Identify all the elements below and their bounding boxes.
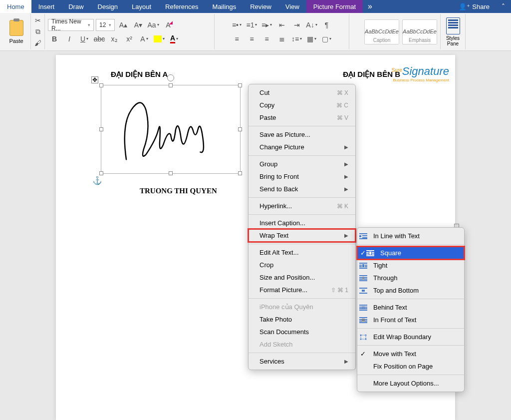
clear-format-icon[interactable]: A◢ (162, 19, 175, 31)
wrap-more-options[interactable]: More Layout Options... (357, 377, 464, 390)
wrap-top-bottom[interactable]: Top and Bottom (357, 284, 464, 297)
wrap-square-icon (366, 250, 374, 256)
svg-rect-31 (359, 310, 367, 311)
text-effects-icon[interactable]: A (138, 33, 151, 45)
show-marks-icon[interactable]: ¶ (320, 19, 333, 31)
ctx-change-picture[interactable]: Change Picture▶ (249, 141, 355, 153)
ctx-hyperlink[interactable]: Hyperlink...⌘ K (249, 200, 355, 212)
align-left-icon[interactable]: ≡ (231, 33, 244, 45)
wrap-tight-icon (359, 263, 367, 269)
tab-layout[interactable]: Layout (125, 0, 158, 13)
tab-home[interactable]: Home (0, 0, 31, 13)
paste-icon[interactable] (9, 20, 23, 36)
tab-draw[interactable]: Draw (61, 0, 90, 13)
svg-rect-13 (359, 265, 362, 266)
shading-icon[interactable]: ▦ (305, 33, 318, 45)
tab-view[interactable]: View (278, 0, 306, 13)
subscript-button[interactable]: x₂ (108, 33, 121, 45)
indent-left-icon[interactable]: ⇤ (275, 19, 288, 31)
indent-right-icon[interactable]: ⇥ (290, 19, 303, 31)
tab-design[interactable]: Design (91, 0, 125, 13)
wrap-behind[interactable]: Behind Text (357, 301, 464, 314)
share-button[interactable]: 👤⁺ Share (453, 1, 496, 12)
table-move-handle-icon[interactable]: ✥ (91, 76, 98, 83)
font-name-combo[interactable]: Times New R...▾ (48, 19, 94, 31)
ctx-edit-alt[interactable]: Edit Alt Text... (249, 246, 355, 259)
ctx-group[interactable]: Group▶ (249, 158, 355, 170)
numbering-icon[interactable]: ≡1 (246, 19, 258, 31)
justify-icon[interactable]: ≣ (275, 33, 288, 45)
line-spacing-icon[interactable]: ↕≡ (290, 33, 303, 45)
wrap-edit-boundary[interactable]: Edit Wrap Boundary (357, 331, 464, 343)
highlight-icon[interactable] (153, 33, 166, 45)
tab-picture-format[interactable]: Picture Format (306, 0, 363, 13)
paste-label: Paste (9, 38, 23, 44)
copy-icon[interactable]: ⧉ (33, 27, 42, 36)
ctx-paste[interactable]: Paste⌘ V (249, 111, 355, 124)
check-icon: ✓ (360, 350, 366, 358)
svg-rect-37 (361, 335, 366, 339)
resize-handle[interactable] (99, 127, 103, 131)
ctx-save-picture[interactable]: Save as Picture... (249, 128, 355, 141)
ctx-services[interactable]: Services▶ (249, 355, 355, 368)
grow-font-icon[interactable]: A▴ (117, 19, 130, 31)
svg-rect-25 (362, 290, 365, 292)
resize-handle[interactable] (238, 171, 242, 175)
rotate-handle-icon[interactable] (167, 74, 174, 81)
font-color-icon[interactable]: A (168, 33, 181, 45)
style-emphasis[interactable]: AaBbCcDdEe Emphasis (402, 19, 437, 44)
resize-handle[interactable] (238, 83, 242, 87)
wrap-inline[interactable]: In Line with Text (357, 230, 464, 242)
ctx-send-back[interactable]: Send to Back▶ (249, 183, 355, 195)
sort-icon[interactable]: A↓ (305, 19, 318, 31)
resize-handle[interactable] (238, 127, 242, 131)
anchor-icon[interactable]: ⚓ (92, 176, 102, 185)
resize-handle[interactable] (99, 171, 103, 175)
resize-handle[interactable] (169, 171, 173, 175)
wrap-move-with-text[interactable]: ✓ Move with Text (357, 348, 464, 360)
ctx-size-position[interactable]: Size and Position... (249, 271, 355, 284)
ribbon-collapse-icon[interactable]: ˄ (496, 0, 511, 12)
ctx-wrap-text[interactable]: Wrap Text▶ (249, 229, 355, 242)
multilevel-icon[interactable]: ≡▸ (260, 19, 273, 31)
italic-button[interactable]: I (63, 33, 76, 45)
wrap-in-front[interactable]: In Front of Text (357, 314, 464, 326)
borders-icon[interactable]: ▢ (320, 33, 333, 45)
align-center-icon[interactable]: ≡ (246, 33, 258, 45)
ctx-insert-caption[interactable]: Insert Caption... (249, 217, 355, 229)
tab-review[interactable]: Review (243, 0, 278, 13)
format-painter-icon[interactable]: 🖌 (33, 38, 42, 47)
change-case-icon[interactable]: Aa (147, 19, 160, 31)
bold-button[interactable]: B (48, 33, 61, 45)
resize-handle[interactable] (99, 83, 103, 87)
tab-mailings[interactable]: Mailings (206, 0, 244, 13)
strike-button[interactable]: abc (93, 33, 106, 45)
underline-button[interactable]: U (78, 33, 91, 45)
ctx-bring-front[interactable]: Bring to Front▶ (249, 170, 355, 183)
ctx-copy[interactable]: Copy⌘ C (249, 99, 355, 111)
styles-pane-group[interactable]: Styles Pane (441, 14, 466, 49)
align-right-icon[interactable]: ≡ (260, 33, 273, 45)
ribbon-overflow-icon[interactable]: » (363, 0, 377, 13)
styles-pane-label: Styles Pane (444, 35, 462, 46)
tab-insert[interactable]: Insert (31, 0, 62, 13)
ctx-crop[interactable]: Crop (249, 259, 355, 271)
style-caption[interactable]: AaBbCcDdEe Caption (364, 19, 399, 44)
superscript-button[interactable]: x² (123, 33, 136, 45)
wrap-square[interactable]: ✓ Square (357, 247, 464, 259)
cut-icon[interactable]: ✂ (33, 16, 42, 25)
ctx-format-picture[interactable]: Format Picture...⇧ ⌘ 1 (249, 284, 355, 296)
ctx-scan-docs[interactable]: Scan Documents (249, 326, 355, 338)
bullets-icon[interactable]: ≡• (231, 19, 244, 31)
wrap-fix-position[interactable]: Fix Position on Page (357, 360, 464, 373)
tab-references[interactable]: References (158, 0, 205, 13)
shrink-font-icon[interactable]: A▾ (132, 19, 145, 31)
svg-rect-28 (359, 305, 367, 306)
resize-handle[interactable] (169, 83, 173, 87)
wrap-through[interactable]: Through (357, 272, 464, 284)
font-size-combo[interactable]: 12▾ (96, 19, 115, 31)
ctx-cut[interactable]: Cut⌘ X (249, 86, 355, 99)
wrap-tight[interactable]: Tight (357, 259, 464, 272)
selected-image[interactable]: ✥ ⚓ (101, 85, 241, 174)
ctx-take-photo[interactable]: Take Photo (249, 313, 355, 326)
